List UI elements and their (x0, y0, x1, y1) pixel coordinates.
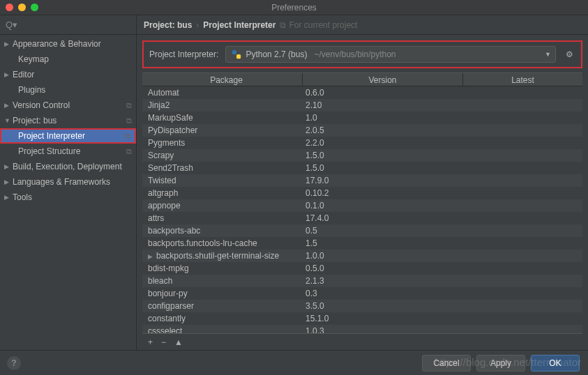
cell-package: ▶backports.shutil-get-terminal-size (142, 250, 303, 262)
cell-version: 0.1.0 (303, 199, 463, 212)
breadcrumb-sep: › (196, 20, 199, 30)
table-row[interactable]: ▶backports.shutil-get-terminal-size1.0.0 (142, 250, 582, 262)
chevron-icon: ▶ (4, 102, 13, 109)
table-row[interactable]: Scrapy1.5.0 (142, 149, 582, 162)
table-row[interactable]: constantly15.1.0 (142, 312, 582, 325)
project-scope-icon: ⧉ (126, 116, 132, 125)
project-scope-icon: ⧉ (125, 132, 130, 141)
cell-version: 2.2.0 (303, 137, 463, 149)
cell-package: attrs (142, 212, 303, 224)
cell-version: 1.0.3 (303, 325, 463, 333)
breadcrumb: Project: bus › Project Interpreter ⧉ For… (137, 15, 588, 35)
table-row[interactable]: bonjour-py0.3 (142, 287, 582, 300)
cell-version: 15.1.0 (303, 312, 463, 325)
table-row[interactable]: PyDispatcher2.0.5 (142, 124, 582, 137)
cancel-button[interactable]: Cancel (422, 355, 471, 372)
cell-latest (463, 212, 582, 224)
cell-latest (463, 124, 582, 137)
copy-icon: ⧉ (280, 20, 286, 30)
ok-button[interactable]: OK (531, 355, 580, 372)
cell-package: Send2Trash (142, 162, 303, 174)
table-row[interactable]: Automat0.6.0 (142, 86, 582, 99)
content: Project: bus › Project Interpreter ⧉ For… (137, 15, 588, 350)
sidebar-item-build-execution-deployment[interactable]: ▶Build, Execution, Deployment (0, 159, 136, 174)
cell-version: 2.0.5 (303, 124, 463, 137)
cell-latest (463, 250, 582, 262)
table-row[interactable]: Twisted17.9.0 (142, 174, 582, 187)
col-latest[interactable]: Latest (463, 73, 582, 86)
cell-version: 2.1.3 (303, 275, 463, 287)
table-row[interactable]: backports-abc0.5 (142, 224, 582, 237)
cell-latest (463, 187, 582, 199)
cell-package: Scrapy (142, 149, 303, 162)
cell-latest (463, 112, 582, 124)
sidebar-item-version-control[interactable]: ▶Version Control⧉ (0, 98, 136, 113)
cell-package: constantly (142, 312, 303, 325)
titlebar: Preferences (0, 0, 588, 15)
chevron-icon: ▶ (4, 163, 13, 170)
svg-rect-0 (232, 50, 236, 54)
table-row[interactable]: appnope0.1.0 (142, 199, 582, 212)
sidebar-item-plugins[interactable]: Plugins (0, 82, 136, 98)
sidebar-item-label: Tools (13, 192, 32, 202)
table-row[interactable]: bleach2.1.3 (142, 275, 582, 287)
search-icon[interactable]: Q▾ (6, 20, 17, 30)
maximize-icon[interactable] (31, 3, 38, 11)
upgrade-package-button[interactable]: ▲ (174, 337, 183, 347)
table-header: Package Version Latest (142, 72, 582, 86)
table-row[interactable]: Pygments2.2.0 (142, 137, 582, 149)
table-row[interactable]: MarkupSafe1.0 (142, 112, 582, 124)
chevron-icon: ▶ (4, 40, 13, 47)
col-version[interactable]: Version (303, 73, 463, 86)
sidebar-item-label: Build, Execution, Deployment (13, 162, 122, 171)
help-button[interactable]: ? (7, 356, 21, 370)
sidebar-item-project-bus[interactable]: ▼Project: bus⧉ (0, 113, 136, 128)
gear-icon[interactable]: ⚙ (563, 49, 575, 59)
apply-button[interactable]: Apply (476, 355, 525, 372)
table-tools: + − ▲ (142, 333, 582, 350)
cell-latest (463, 237, 582, 250)
table-row[interactable]: attrs17.4.0 (142, 212, 582, 224)
table-row[interactable]: backports.functools-lru-cache1.5 (142, 237, 582, 250)
close-icon[interactable] (6, 3, 13, 11)
project-scope-icon: ⧉ (126, 101, 132, 110)
sidebar-item-label: Version Control (13, 100, 70, 110)
table-row[interactable]: altgraph0.10.2 (142, 187, 582, 199)
cell-package: PyDispatcher (142, 124, 303, 137)
table-row[interactable]: Send2Trash1.5.0 (142, 162, 582, 174)
sidebar-item-project-structure[interactable]: Project Structure⧉ (0, 144, 136, 159)
cell-latest (463, 287, 582, 300)
table-row[interactable]: cssselect1.0.3 (142, 325, 582, 333)
cell-version: 0.10.2 (303, 187, 463, 199)
sidebar-item-project-interpreter[interactable]: Project Interpreter⧉ (0, 128, 136, 144)
cell-latest (463, 86, 582, 99)
interpreter-select[interactable]: Python 2.7 (bus) ~/venv/bus/bin/python ▼ (225, 46, 556, 63)
sidebar-item-tools[interactable]: ▶Tools (0, 190, 136, 205)
cell-latest (463, 262, 582, 275)
chevron-icon: ▶ (4, 194, 13, 201)
cell-latest (463, 99, 582, 112)
cell-version: 17.4.0 (303, 212, 463, 224)
cell-version: 1.5.0 (303, 149, 463, 162)
table-row[interactable]: configparser3.5.0 (142, 300, 582, 312)
breadcrumb-page: Project Interpreter (203, 20, 276, 30)
window-title: Preferences (271, 3, 317, 13)
cell-version: 0.3 (303, 287, 463, 300)
sidebar-item-keymap[interactable]: Keymap (0, 52, 136, 67)
col-package[interactable]: Package (142, 73, 303, 86)
minimize-icon[interactable] (18, 3, 26, 11)
breadcrumb-note: ⧉ For current project (280, 20, 357, 30)
interpreter-path: ~/venv/bus/bin/python (314, 49, 395, 59)
cell-latest (463, 325, 582, 333)
table-row[interactable]: Jinja22.10 (142, 99, 582, 112)
sidebar-item-languages-frameworks[interactable]: ▶Languages & Frameworks (0, 174, 136, 190)
sidebar-item-appearance-behavior[interactable]: ▶Appearance & Behavior (0, 36, 136, 52)
table-row[interactable]: bdist-mpkg0.5.0 (142, 262, 582, 275)
sidebar-item-editor[interactable]: ▶Editor (0, 67, 136, 82)
search-row: Q▾ (0, 15, 136, 35)
cell-version: 1.0.0 (303, 250, 463, 262)
sidebar-item-label: Appearance & Behavior (13, 39, 101, 49)
remove-package-button[interactable]: − (161, 337, 166, 347)
interpreter-label: Project Interpreter: (149, 49, 218, 59)
add-package-button[interactable]: + (148, 337, 153, 347)
